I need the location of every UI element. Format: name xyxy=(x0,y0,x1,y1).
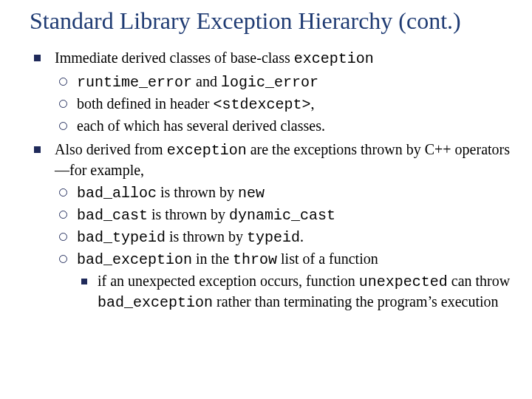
bullet-1-1: runtime_error and logic_error xyxy=(55,72,511,92)
bullet-2-4-mid: in the xyxy=(192,250,233,267)
bullet-2-code: exception xyxy=(167,142,247,159)
bullet-2: Also derived from exception are the exce… xyxy=(30,140,511,313)
bullet-1-1-code-a: runtime_error xyxy=(77,74,192,91)
bullet-1-1-code-b: logic_error xyxy=(221,74,318,91)
bullet-2-4-1-b: can throw xyxy=(448,273,510,289)
bullet-2-4-1-d: rather than terminating the program’s ex… xyxy=(213,293,499,310)
bullet-2-2-mid: is thrown by xyxy=(148,206,229,222)
bullet-2-2: bad_cast is thrown by dynamic_cast xyxy=(55,205,511,225)
bullet-2-4-sublist: if an unexpected exception occurs, funct… xyxy=(77,271,511,313)
bullet-2-4: bad_exception in the throw list of a fun… xyxy=(55,249,511,313)
bullet-list: Immediate derived classes of base-class … xyxy=(30,48,511,313)
bullet-1: Immediate derived classes of base-class … xyxy=(30,48,511,135)
bullet-1-code: exception xyxy=(294,50,374,67)
bullet-2-2-code-b: dynamic_cast xyxy=(229,207,335,224)
bullet-1-2-b: , xyxy=(310,95,314,112)
bullet-2-3: bad_typeid is thrown by typeid. xyxy=(55,227,511,248)
bullet-1-3: each of which has several derived classe… xyxy=(55,116,511,135)
bullet-2-1-code-a: bad_alloc xyxy=(77,185,157,202)
bullet-1-2-a: both defined in header xyxy=(77,95,213,112)
bullet-1-2-code: <stdexcept> xyxy=(213,96,310,113)
bullet-1-2: both defined in header <stdexcept>, xyxy=(55,94,511,115)
bullet-1-1-mid: and xyxy=(192,73,221,89)
bullet-2-4-1-code-a: unexpected xyxy=(359,273,448,290)
bullet-2-3-tail: . xyxy=(300,228,304,245)
bullet-2-4-code-b: throw xyxy=(233,251,277,268)
bullet-2-3-code-a: bad_typeid xyxy=(77,229,166,246)
bullet-2-2-code-a: bad_cast xyxy=(77,207,148,224)
bullet-2-4-1-a: if an unexpected exception occurs, funct… xyxy=(98,273,359,289)
bullet-2-a: Also derived from xyxy=(55,141,167,157)
slide: Standard Library Exception Hierarchy (co… xyxy=(0,0,532,399)
bullet-2-1-mid: is thrown by xyxy=(157,184,238,200)
bullet-2-3-code-b: typeid xyxy=(247,229,300,246)
bullet-1-sublist: runtime_error and logic_error both defin… xyxy=(55,72,511,135)
bullet-2-1: bad_alloc is thrown by new xyxy=(55,183,511,203)
bullet-2-3-mid: is thrown by xyxy=(166,228,247,245)
bullet-2-4-1: if an unexpected exception occurs, funct… xyxy=(77,271,511,313)
bullet-2-4-tail: list of a function xyxy=(277,250,378,267)
bullet-1-3-text: each of which has several derived classe… xyxy=(77,117,325,134)
bullet-2-4-1-code-b: bad_exception xyxy=(98,294,213,311)
bullet-1-text-a: Immediate derived classes of base-class xyxy=(55,50,294,66)
slide-title: Standard Library Exception Hierarchy (co… xyxy=(30,7,511,35)
bullet-2-sublist: bad_alloc is thrown by new bad_cast is t… xyxy=(55,183,511,313)
bullet-2-4-code-a: bad_exception xyxy=(77,251,192,268)
bullet-2-1-code-b: new xyxy=(238,185,265,202)
